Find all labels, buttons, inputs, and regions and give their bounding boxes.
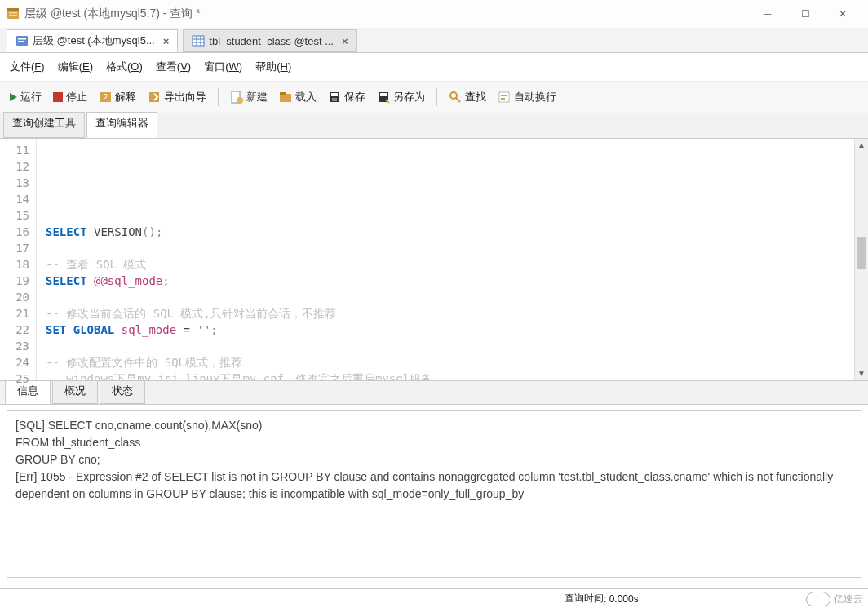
table-icon <box>192 34 205 47</box>
svg-rect-1 <box>7 8 19 11</box>
doc-tab-label: 层级 @test (本地mysql5... <box>33 33 155 48</box>
run-button[interactable]: 运行 <box>5 87 46 107</box>
window-titlebar: 层级 @test (本地mysql5.7) - 查询 * ─ ☐ ✕ <box>0 0 868 28</box>
maximize-button[interactable]: ☐ <box>786 3 824 24</box>
window-controls: ─ ☐ ✕ <box>749 3 861 24</box>
play-icon <box>10 93 17 101</box>
app-icon <box>7 7 20 20</box>
code-line[interactable] <box>46 142 853 158</box>
separator <box>218 88 219 106</box>
output-pane[interactable]: [SQL] SELECT cno,cname,count(sno),MAX(sn… <box>7 410 861 578</box>
stop-button[interactable]: 停止 <box>48 87 92 107</box>
svg-rect-20 <box>331 93 338 96</box>
wrap-icon <box>498 91 511 104</box>
cloud-icon <box>806 592 830 606</box>
saveas-icon <box>377 91 390 104</box>
wrap-button[interactable]: 自动换行 <box>493 87 561 107</box>
svg-rect-17 <box>280 94 291 102</box>
line-number-gutter: 111213141516171819202122232425 <box>0 139 37 380</box>
output-line: FROM tbl_student_class <box>16 434 852 451</box>
output-tabs: 信息 概况 状态 <box>0 381 868 405</box>
svg-rect-5 <box>18 38 26 40</box>
code-line[interactable]: SET GLOBAL sql_mode = ''; <box>46 322 853 338</box>
code-line[interactable]: SELECT @@sql_mode; <box>46 273 853 289</box>
save-button[interactable]: 保存 <box>323 87 370 107</box>
code-line[interactable]: -- windows下是my.ini,linux下是my.cnf，修改完之后重启… <box>46 371 853 380</box>
svg-rect-2 <box>9 12 17 14</box>
minimize-button[interactable]: ─ <box>749 3 786 24</box>
menu-view[interactable]: 查看(V) <box>151 56 196 78</box>
menu-edit[interactable]: 编辑(E) <box>53 56 98 78</box>
code-line[interactable] <box>46 207 853 224</box>
svg-rect-21 <box>332 98 337 101</box>
svg-rect-26 <box>499 92 509 102</box>
doc-tab-label: tbl_student_class @test ... <box>209 35 334 47</box>
code-line[interactable] <box>46 158 853 175</box>
tab-query-editor[interactable]: 查询编辑器 <box>86 112 157 138</box>
menu-format[interactable]: 格式(O) <box>101 56 148 78</box>
svg-rect-6 <box>18 41 24 42</box>
code-line[interactable]: SELECT VERSION(); <box>46 224 853 240</box>
svg-point-16 <box>237 97 243 104</box>
close-icon[interactable]: × <box>342 35 348 47</box>
menu-window[interactable]: 窗口(W) <box>199 56 247 78</box>
svg-text:?: ? <box>103 93 108 102</box>
code-line[interactable]: -- 查看 SQL 模式 <box>46 256 853 273</box>
tab-status[interactable]: 状态 <box>100 380 145 404</box>
new-button[interactable]: 新建 <box>225 87 272 107</box>
close-icon[interactable]: × <box>163 35 170 47</box>
svg-rect-18 <box>280 92 286 95</box>
separator <box>436 88 437 106</box>
save-icon <box>328 91 341 104</box>
query-time-label: 查询时间 <box>565 592 604 606</box>
scroll-down-icon[interactable]: ▼ <box>855 367 868 380</box>
svg-rect-7 <box>193 36 204 46</box>
stop-icon <box>53 92 63 102</box>
watermark: 亿速云 <box>806 592 863 606</box>
vertical-scrollbar[interactable]: ▲ ▼ <box>854 139 868 380</box>
tab-overview[interactable]: 概况 <box>52 380 98 404</box>
menu-help[interactable]: 帮助(H) <box>250 56 296 78</box>
svg-line-25 <box>456 98 460 102</box>
doc-tab-table[interactable]: tbl_student_class @test ... × <box>183 29 356 52</box>
code-line[interactable] <box>46 240 853 256</box>
find-button[interactable]: 查找 <box>444 87 491 107</box>
window-title: 层级 @test (本地mysql5.7) - 查询 * <box>24 7 201 21</box>
load-icon <box>279 91 292 104</box>
output-line: GROUP BY cno; <box>16 451 852 468</box>
toolbar: 运行 停止 ?解释 导出向导 新建 载入 保存 另存为 查找 自动换行 <box>0 82 868 113</box>
code-line[interactable] <box>46 191 853 207</box>
sql-editor[interactable]: 111213141516171819202122232425 SELECT VE… <box>0 139 868 381</box>
query-time-value: 0.000s <box>609 593 639 605</box>
search-icon <box>449 91 462 104</box>
status-bar: 查询时间: 0.000s <box>0 588 868 608</box>
code-line[interactable]: -- 修改配置文件中的 SQL模式，推荐 <box>46 354 853 371</box>
export-icon <box>148 91 161 104</box>
svg-rect-3 <box>9 15 17 16</box>
tab-query-builder[interactable]: 查询创建工具 <box>3 112 85 138</box>
explain-button[interactable]: ?解释 <box>94 87 141 107</box>
code-line[interactable] <box>46 175 853 191</box>
editor-subtabs: 查询创建工具 查询编辑器 <box>0 113 868 139</box>
document-tabs: 层级 @test (本地mysql5... × tbl_student_clas… <box>0 28 868 53</box>
menu-file[interactable]: 文件(F) <box>5 56 50 78</box>
scroll-thumb[interactable] <box>857 237 866 269</box>
explain-icon: ? <box>99 91 112 104</box>
new-icon <box>230 91 243 104</box>
doc-tab-query[interactable]: 层级 @test (本地mysql5... × <box>7 29 178 52</box>
output-line: [Err] 1055 - Expression #2 of SELECT lis… <box>16 468 852 503</box>
svg-point-24 <box>450 92 457 99</box>
load-button[interactable]: 载入 <box>274 87 321 107</box>
output-line: [SQL] SELECT cno,cname,count(sno),MAX(sn… <box>16 417 852 434</box>
code-line[interactable] <box>46 338 853 354</box>
code-line[interactable] <box>46 289 853 305</box>
close-button[interactable]: ✕ <box>824 3 861 24</box>
svg-rect-23 <box>380 93 387 96</box>
menubar: 文件(F) 编辑(E) 格式(O) 查看(V) 窗口(W) 帮助(H) <box>0 53 868 82</box>
saveas-button[interactable]: 另存为 <box>372 87 430 107</box>
export-button[interactable]: 导出向导 <box>143 87 211 107</box>
code-line[interactable]: -- 修改当前会话的 SQL 模式,只针对当前会话，不推荐 <box>46 305 853 322</box>
scroll-up-icon[interactable]: ▲ <box>855 139 868 152</box>
query-icon <box>16 34 29 47</box>
code-area[interactable]: SELECT VERSION(); -- 查看 SQL 模式SELECT @@s… <box>36 139 853 380</box>
